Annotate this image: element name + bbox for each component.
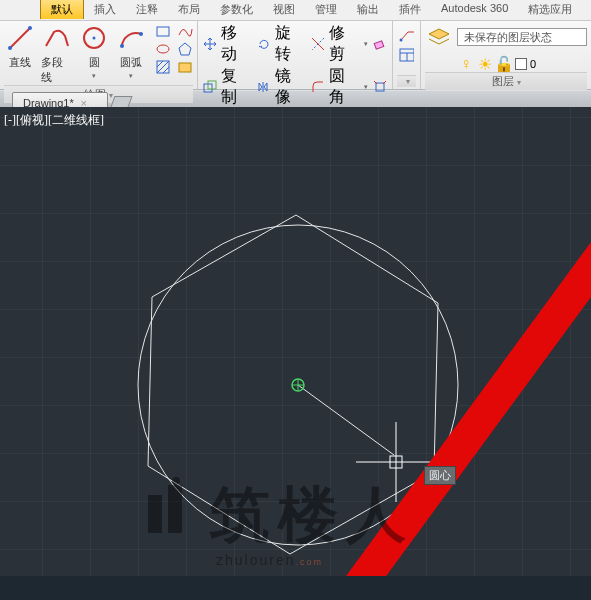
panel-misc-title[interactable]: · xyxy=(397,75,416,87)
svg-point-5 xyxy=(120,44,124,48)
tab-annotate[interactable]: 注释 xyxy=(126,0,168,19)
svg-rect-17 xyxy=(374,41,384,49)
svg-point-8 xyxy=(157,45,169,53)
center-marker xyxy=(292,379,304,391)
sun-icon[interactable]: ☀ xyxy=(477,56,493,72)
tab-default[interactable]: 默认 xyxy=(40,0,84,19)
svg-rect-7 xyxy=(157,27,169,36)
panel-draw: 直线 多段线 圆▾ 圆 xyxy=(0,21,198,89)
tool-move[interactable]: 移动 xyxy=(202,23,252,65)
leader-icon[interactable] xyxy=(398,27,414,43)
tool-line-label: 直线 xyxy=(9,55,31,70)
panel-layer: 未保存的图层状态 ♀ ☀ 🔓 0 图层 xyxy=(421,21,591,89)
tab-parametric[interactable]: 参数化 xyxy=(210,0,263,19)
trim-icon xyxy=(310,36,326,52)
tool-fillet[interactable]: 圆角▾ xyxy=(310,66,367,108)
svg-line-0 xyxy=(10,28,30,48)
region-icon[interactable] xyxy=(177,59,193,75)
hatch-icon[interactable] xyxy=(155,59,171,75)
panel-misc: · xyxy=(393,21,421,89)
table-icon[interactable] xyxy=(398,47,414,63)
lock-icon[interactable]: 🔓 xyxy=(496,56,512,72)
snap-tooltip-text: 圆心 xyxy=(429,469,451,481)
svg-rect-14 xyxy=(179,63,191,72)
tool-polyline[interactable]: 多段线 xyxy=(41,23,72,85)
tool-trim[interactable]: 修剪▾ xyxy=(310,23,367,65)
svg-rect-20 xyxy=(376,83,384,91)
copy-icon xyxy=(202,79,218,95)
tool-line[interactable]: 直线 xyxy=(4,23,35,85)
svg-marker-13 xyxy=(179,43,191,55)
layer-properties-icon[interactable] xyxy=(425,23,453,51)
watermark-url: zhulouren.com xyxy=(216,552,323,568)
radius-line xyxy=(298,385,394,455)
rotate-icon xyxy=(256,36,272,52)
lightbulb-icon[interactable]: ♀ xyxy=(458,56,474,72)
layer-state-label: 未保存的图层状态 xyxy=(464,30,552,45)
tool-arc-label: 圆弧 xyxy=(120,55,142,70)
svg-line-10 xyxy=(157,61,163,67)
panel-layer-title[interactable]: 图层 xyxy=(425,72,587,90)
tool-arc[interactable]: 圆弧▾ xyxy=(116,23,147,85)
tool-mirror[interactable]: 镜像 xyxy=(256,66,306,108)
svg-point-6 xyxy=(139,32,143,36)
svg-line-11 xyxy=(157,61,169,73)
tab-insert[interactable]: 插入 xyxy=(84,0,126,19)
layer-color-index: 0 xyxy=(530,58,536,70)
fillet-icon xyxy=(310,79,326,95)
tool-circle[interactable]: 圆▾ xyxy=(79,23,110,85)
tab-output[interactable]: 输出 xyxy=(347,0,389,19)
tool-polyline-label: 多段线 xyxy=(41,55,72,85)
menu-tabs: 默认 插入 注释 布局 参数化 视图 管理 输出 插件 Autodesk 360… xyxy=(0,0,591,20)
ribbon-panels: 直线 多段线 圆▾ 圆 xyxy=(0,20,591,90)
tab-autodesk360[interactable]: Autodesk 360 xyxy=(431,0,518,16)
svg-line-12 xyxy=(163,67,169,73)
tab-manage[interactable]: 管理 xyxy=(305,0,347,19)
spline-icon[interactable] xyxy=(177,23,193,39)
svg-point-2 xyxy=(28,26,32,30)
mirror-icon xyxy=(256,79,272,95)
snap-tooltip: 圆心 xyxy=(424,466,456,485)
tab-layout[interactable]: 布局 xyxy=(168,0,210,19)
tab-featured[interactable]: 精选应用 xyxy=(518,0,582,19)
drawing-canvas[interactable]: [-][俯视][二维线框] 圆心 筑楼人 xyxy=(0,107,591,576)
tool-circle-label: 圆 xyxy=(89,55,100,70)
layer-state-dropdown[interactable]: 未保存的图层状态 xyxy=(457,28,587,46)
tool-copy[interactable]: 复制 xyxy=(202,66,252,108)
arc-icon xyxy=(116,23,146,53)
move-icon xyxy=(202,36,218,52)
panel-modify: 移动 旋转 修剪▾ 复制 镜像 圆角▾ 拉伸 缩放 阵列▾ xyxy=(198,21,393,89)
circle-icon xyxy=(79,23,109,53)
svg-point-4 xyxy=(93,37,96,40)
rectangle-icon[interactable] xyxy=(155,23,171,39)
tab-plugins[interactable]: 插件 xyxy=(389,0,431,19)
ellipse-icon[interactable] xyxy=(155,41,171,57)
tab-view[interactable]: 视图 xyxy=(263,0,305,19)
explode-icon[interactable] xyxy=(372,79,388,95)
drawing-geometry xyxy=(0,107,591,576)
line-icon xyxy=(5,23,35,53)
polygon-icon[interactable] xyxy=(177,41,193,57)
layer-color-swatch[interactable] xyxy=(515,58,527,70)
svg-point-34 xyxy=(400,39,403,42)
erase-icon[interactable] xyxy=(372,36,388,52)
tool-rotate[interactable]: 旋转 xyxy=(256,23,306,65)
polyline-icon xyxy=(42,23,72,53)
ribbon-area: 默认 插入 注释 布局 参数化 视图 管理 输出 插件 Autodesk 360… xyxy=(0,0,591,107)
svg-point-1 xyxy=(8,46,12,50)
